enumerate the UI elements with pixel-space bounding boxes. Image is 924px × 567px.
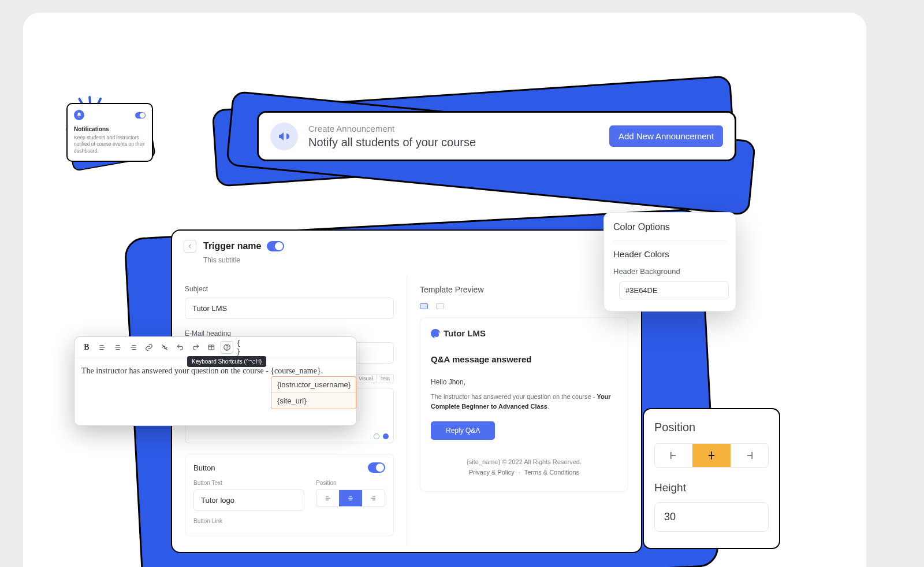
announcement-bar: Create Announcement Notify all students …: [257, 111, 736, 161]
unlink-icon[interactable]: [158, 341, 171, 354]
email-footer: {site_name} © 2022 All Rights Reserved. …: [431, 457, 617, 477]
position-center-icon[interactable]: [339, 490, 362, 506]
device-mobile-icon[interactable]: [436, 303, 444, 309]
add-announcement-button[interactable]: Add New Announcement: [609, 125, 723, 147]
header-bg-input[interactable]: [619, 281, 729, 299]
height-label: Height: [654, 481, 769, 494]
trigger-title: Trigger name: [203, 241, 261, 251]
header-colors-title: Header Colors: [613, 249, 726, 259]
rte-toolbar: B { }: [74, 337, 356, 358]
button-text-input[interactable]: [193, 490, 304, 511]
announcement-subtitle: Create Announcement: [308, 124, 609, 134]
rich-text-editor-popup: B { } Keyboard Shortcuts (^⌥H) The instr…: [74, 336, 357, 426]
notifications-description: Keep students and instructors notified o…: [74, 135, 146, 154]
link-icon[interactable]: [143, 341, 155, 354]
height-input[interactable]: [654, 502, 769, 532]
button-section-title: Button: [193, 464, 215, 472]
megaphone-icon: [270, 123, 298, 150]
variable-option[interactable]: {instructor_username}: [271, 377, 356, 392]
button-position-label: Position: [316, 480, 385, 486]
announcement-headline: Notify all students of your course: [308, 136, 609, 149]
color-options-title: Color Options: [613, 222, 726, 232]
color-options-popover: Color Options Header Colors Header Backg…: [603, 212, 736, 312]
variable-suggestions-popup: {instructor_username} {site_url}: [271, 376, 356, 409]
redo-icon[interactable]: [189, 341, 202, 354]
position-option-center[interactable]: [692, 444, 730, 467]
table-icon[interactable]: [205, 341, 218, 354]
template-preview-title: Template Preview: [420, 285, 628, 294]
bell-icon: [74, 110, 84, 120]
svg-point-23: [227, 349, 228, 350]
button-link-label: Button Link: [193, 518, 385, 524]
email-heading: Q&A message answered: [431, 354, 617, 364]
editor-mode-visual[interactable]: Visual: [355, 375, 377, 383]
position-left-icon[interactable]: [316, 490, 339, 506]
svg-line-18: [162, 344, 167, 350]
align-center-icon[interactable]: [111, 341, 124, 354]
trigger-subtitle: This subtitle: [203, 256, 641, 264]
subject-label: Subject: [185, 285, 394, 293]
align-left-icon[interactable]: [96, 341, 109, 354]
back-button[interactable]: [184, 240, 196, 253]
brand-name: Tutor LMS: [444, 328, 486, 338]
header-bg-label: Header Background: [613, 267, 726, 276]
editor-mode-toggle[interactable]: Visual Text: [355, 374, 394, 383]
editor-status-dots: [374, 433, 389, 439]
trigger-enable-toggle[interactable]: [267, 241, 284, 251]
align-right-icon[interactable]: [127, 341, 140, 354]
position-option-left[interactable]: [655, 444, 692, 467]
email-greeting: Hello Jhon,: [431, 378, 617, 386]
undo-icon[interactable]: [174, 341, 187, 354]
position-title: Position: [654, 421, 769, 434]
reply-qa-button[interactable]: Reply Q&A: [431, 421, 495, 440]
position-right-icon[interactable]: [362, 490, 385, 506]
code-braces-icon[interactable]: { }: [236, 341, 249, 354]
notifications-toggle[interactable]: [135, 112, 146, 118]
keyboard-shortcuts-tooltip: Keyboard Shortcuts (^⌥H): [187, 356, 266, 367]
footer-terms-link[interactable]: Terms & Conditions: [524, 469, 579, 476]
button-text-label: Button Text: [193, 480, 304, 486]
editor-mode-text[interactable]: Text: [377, 375, 393, 383]
button-position-segment[interactable]: [316, 490, 385, 507]
brand-logo-icon: [431, 329, 440, 338]
position-option-right[interactable]: [731, 444, 768, 467]
bold-button[interactable]: B: [80, 341, 93, 354]
email-preview-card: Tutor LMS Q&A message answered Hello Jho…: [420, 317, 628, 492]
button-enable-toggle[interactable]: [368, 462, 385, 473]
brand-row: Tutor LMS: [431, 328, 617, 338]
help-icon[interactable]: [221, 341, 233, 354]
footer-privacy-link[interactable]: Privacy & Policy: [469, 469, 515, 476]
position-popover: Position Height: [643, 408, 780, 549]
device-desktop-icon[interactable]: [420, 303, 428, 309]
subject-input[interactable]: [185, 298, 394, 319]
position-segment[interactable]: [654, 443, 769, 468]
notifications-title: Notifications: [74, 126, 146, 132]
email-body-text: The instructor has answered your questio…: [431, 392, 617, 411]
variable-option[interactable]: {site_url}: [271, 392, 356, 409]
notifications-card: Notifications Keep students and instruct…: [66, 103, 153, 162]
